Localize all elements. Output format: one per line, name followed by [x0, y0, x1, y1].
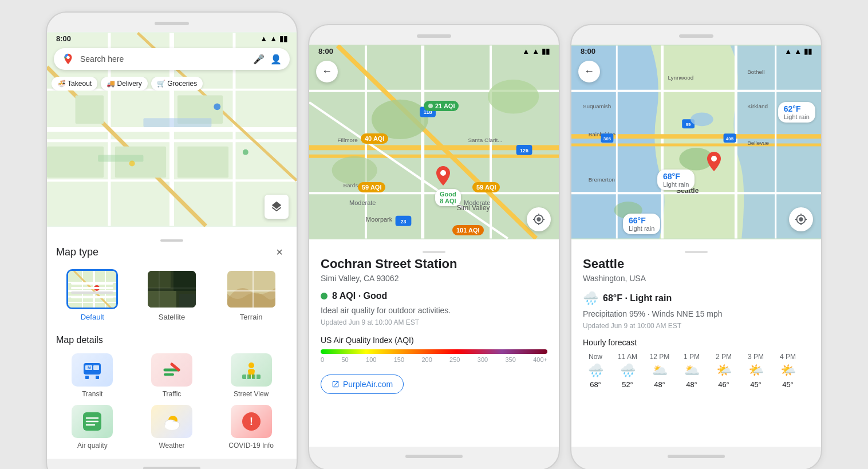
status-bar-2: 8:00 ▲ ▲ ▮▮ — [309, 45, 559, 58]
detail-label-weather: Weather — [159, 442, 184, 450]
location-name-3: Seattle — [583, 257, 810, 271]
aqi-bubble-21-label: 21 AQI — [424, 101, 459, 111]
detail-transit[interactable]: M Transit — [56, 353, 129, 398]
aqi-bubble-59b-label: 59 AQI — [472, 182, 500, 192]
pill-divider-3 — [685, 251, 708, 253]
location-name-2: Cochran Street Station — [321, 257, 547, 271]
svg-point-75 — [488, 80, 539, 113]
svg-text:23: 23 — [401, 218, 407, 224]
svg-point-18 — [243, 149, 248, 155]
close-button[interactable]: × — [271, 244, 287, 260]
svg-text:305: 305 — [603, 136, 611, 141]
chip-takeout[interactable]: 🍜 Takeout — [52, 77, 97, 90]
detail-airquality[interactable]: Air quality — [56, 405, 129, 450]
phone-speaker-1 — [155, 22, 189, 25]
detail-covid[interactable]: ! COVID-19 Info — [215, 405, 287, 450]
phone-2: Fillmore Santa Clarit... Moorpark Simi V… — [308, 24, 560, 470]
svg-text:Moorpark: Moorpark — [366, 215, 393, 222]
svg-text:Kirkland: Kirkland — [747, 103, 768, 109]
aqi-dot — [321, 293, 328, 299]
locate-button-2[interactable] — [527, 207, 551, 231]
battery-icon-3: ▮▮ — [804, 47, 812, 56]
panel-header: Map type × — [56, 244, 287, 260]
aqi-label-50: 50 — [341, 356, 348, 363]
svg-rect-33 — [148, 291, 176, 309]
hourly-5pm: 5 PM 🌤️ 42° — [807, 353, 810, 389]
signal-icon-2: ▲ — [522, 47, 530, 56]
phone-speaker-2 — [417, 34, 451, 38]
map-type-satellite[interactable]: Satellite — [136, 269, 208, 321]
search-bar-1[interactable]: Search here 🎤 👤 — [54, 48, 290, 70]
detail-traffic[interactable]: Traffic — [136, 353, 208, 398]
phone-screen-3: Lynnwood Bothell Suquamish Kirkland Bain… — [571, 45, 821, 447]
map-type-thumb-default — [66, 269, 118, 309]
chip-groceries[interactable]: 🛒 Groceries — [151, 77, 203, 90]
wifi-icon-1: ▲ — [270, 34, 277, 43]
search-input-1[interactable]: Search here — [80, 54, 247, 64]
weather-bubble-68: 68°F Light rain — [657, 170, 695, 190]
svg-rect-34 — [179, 294, 198, 309]
transit-icon: M — [72, 353, 113, 387]
hourly-time-11am: 11 AM — [618, 353, 637, 361]
map-type-label-terrain: Terrain — [240, 313, 263, 321]
aqi-info-panel: Cochran Street Station Simi Valley, CA 9… — [309, 239, 559, 447]
aqi-label-300: 300 — [478, 356, 488, 363]
weather-details: Precipitation 95% · Winds NNE 15 mph — [583, 309, 810, 318]
svg-point-115 — [691, 112, 713, 126]
map-details-section-title: Map details — [56, 335, 287, 345]
hourly-temp-12pm: 48° — [654, 380, 665, 389]
hourly-temp-4pm: 45° — [782, 380, 794, 389]
aqi-bubble-40: 40 AQI Good — [361, 133, 381, 142]
map-type-label-satellite: Satellite — [159, 313, 185, 321]
phone-3: Lynnwood Bothell Suquamish Kirkland Bain… — [570, 24, 822, 470]
purpleair-button[interactable]: PurpleAir.com — [321, 375, 404, 394]
detail-streetview[interactable]: Street View — [215, 353, 287, 398]
mic-icon-1[interactable]: 🎤 — [253, 54, 265, 65]
weather-temp-display: 68°F · Light rain — [603, 293, 672, 304]
layers-button-1[interactable] — [265, 195, 289, 219]
map-pin-3 — [706, 151, 722, 174]
hourly-temp-3pm: 45° — [750, 380, 762, 389]
back-button-2[interactable]: ← — [316, 61, 338, 82]
svg-text:405: 405 — [726, 136, 734, 141]
phone-home-3 — [668, 455, 725, 458]
hourly-icon-2pm: 🌤️ — [716, 363, 732, 378]
airquality-icon — [72, 405, 113, 438]
hourly-time-1pm: 1 PM — [684, 353, 700, 361]
map-type-default[interactable]: Default — [56, 269, 129, 321]
aqi-label-250: 250 — [449, 356, 460, 363]
status-bar-3: 8:00 ▲ ▲ ▮▮ — [571, 45, 821, 58]
status-time-3: 8:00 — [581, 47, 595, 56]
hourly-2pm: 2 PM 🌤️ 46° — [711, 353, 736, 389]
status-time-1: 8:00 — [56, 34, 71, 43]
back-button-3[interactable]: ← — [578, 61, 600, 82]
svg-text:!: ! — [250, 416, 253, 427]
hourly-icon-12pm: 🌥️ — [652, 363, 668, 378]
svg-text:Lynnwood: Lynnwood — [668, 74, 693, 81]
weather-temp-row: 🌧️ 68°F · Light rain — [583, 291, 810, 306]
streetview-icon — [231, 353, 272, 387]
signal-icon-1: ▲ — [260, 34, 267, 43]
hourly-icon-1pm: 🌥️ — [684, 363, 700, 378]
aqi-bubble-21: 21 AQI Good — [424, 101, 444, 109]
weather-temp-68: 68°F — [663, 172, 689, 181]
locate-button-3[interactable] — [789, 207, 813, 231]
map-type-label-default: Default — [81, 313, 104, 321]
map-background-2: Fillmore Santa Clarit... Moorpark Simi V… — [309, 45, 559, 239]
aqi-label-200: 200 — [421, 356, 432, 363]
hourly-time-2pm: 2 PM — [716, 353, 732, 361]
svg-rect-42 — [96, 376, 99, 379]
svg-text:Suquamish: Suquamish — [583, 103, 611, 109]
svg-rect-10 — [47, 147, 104, 178]
chip-delivery[interactable]: 🚚 Delivery — [101, 77, 148, 90]
map-type-terrain[interactable]: Terrain — [215, 269, 287, 321]
svg-text:Bellevue: Bellevue — [747, 139, 769, 145]
avatar-icon-1[interactable]: 👤 — [270, 54, 282, 65]
search-icons-1: 🎤 👤 — [253, 54, 282, 65]
hourly-time-4pm: 4 PM — [780, 353, 796, 361]
map-type-panel: Map type × — [47, 227, 297, 459]
hourly-now: Now 🌧️ 68° — [583, 353, 608, 389]
phone-speaker-3 — [679, 34, 713, 38]
detail-weather[interactable]: Weather — [136, 405, 208, 450]
aqi-bubble-40-label: 40 AQI — [361, 133, 388, 144]
